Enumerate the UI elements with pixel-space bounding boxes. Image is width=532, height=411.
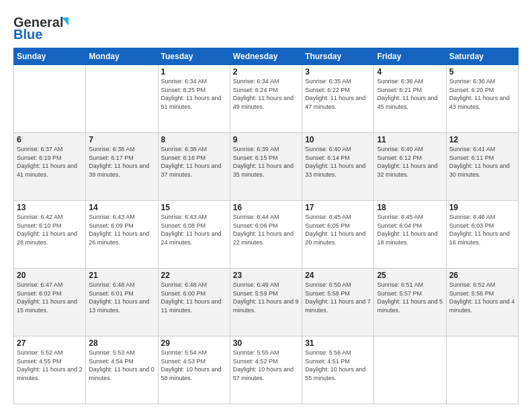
day-info: Sunrise: 6:44 AM Sunset: 6:06 PM Dayligh… <box>233 213 299 246</box>
weekday-header: Sunday <box>14 48 86 65</box>
calendar-cell <box>86 65 158 133</box>
day-info: Sunrise: 5:54 AM Sunset: 4:53 PM Dayligh… <box>161 349 227 382</box>
day-info: Sunrise: 6:36 AM Sunset: 6:21 PM Dayligh… <box>377 77 443 111</box>
day-info: Sunrise: 5:53 AM Sunset: 4:54 PM Dayligh… <box>89 349 154 382</box>
weekday-header: Thursday <box>302 48 374 65</box>
day-number: 18 <box>377 203 443 212</box>
day-info: Sunrise: 6:52 AM Sunset: 5:56 PM Dayligh… <box>449 281 515 314</box>
day-info: Sunrise: 6:34 AM Sunset: 6:24 PM Dayligh… <box>233 77 299 111</box>
weekday-header: Saturday <box>446 48 518 65</box>
day-number: 25 <box>377 271 443 280</box>
calendar-cell: 9Sunrise: 6:39 AM Sunset: 6:15 PM Daylig… <box>230 133 302 201</box>
calendar-cell: 30Sunrise: 5:55 AM Sunset: 4:52 PM Dayli… <box>230 336 302 404</box>
calendar-cell: 24Sunrise: 6:50 AM Sunset: 5:58 PM Dayli… <box>302 269 374 336</box>
calendar-cell: 25Sunrise: 6:51 AM Sunset: 5:57 PM Dayli… <box>374 269 446 336</box>
weekday-header-row: SundayMondayTuesdayWednesdayThursdayFrid… <box>14 48 519 65</box>
calendar-cell: 8Sunrise: 6:38 AM Sunset: 6:16 PM Daylig… <box>158 133 230 201</box>
day-info: Sunrise: 5:55 AM Sunset: 4:52 PM Dayligh… <box>233 349 299 382</box>
calendar-cell: 14Sunrise: 6:43 AM Sunset: 6:09 PM Dayli… <box>86 201 158 269</box>
calendar-cell: 19Sunrise: 6:46 AM Sunset: 6:03 PM Dayli… <box>446 201 518 269</box>
day-info: Sunrise: 6:36 AM Sunset: 6:20 PM Dayligh… <box>449 77 515 111</box>
day-number: 9 <box>233 135 299 144</box>
day-info: Sunrise: 6:51 AM Sunset: 5:57 PM Dayligh… <box>377 281 443 314</box>
calendar-cell: 15Sunrise: 6:43 AM Sunset: 6:08 PM Dayli… <box>158 201 230 269</box>
day-info: Sunrise: 6:39 AM Sunset: 6:15 PM Dayligh… <box>233 145 299 179</box>
day-info: Sunrise: 6:35 AM Sunset: 6:22 PM Dayligh… <box>305 77 371 111</box>
svg-text:Blue: Blue <box>13 27 42 42</box>
day-info: Sunrise: 5:52 AM Sunset: 4:55 PM Dayligh… <box>17 349 83 382</box>
day-number: 20 <box>17 271 83 280</box>
page: General Blue SundayMondayTuesdayWednesda… <box>0 0 532 411</box>
day-info: Sunrise: 6:46 AM Sunset: 6:03 PM Dayligh… <box>449 213 515 246</box>
calendar-cell: 7Sunrise: 6:38 AM Sunset: 6:17 PM Daylig… <box>86 133 158 201</box>
calendar-cell: 4Sunrise: 6:36 AM Sunset: 6:21 PM Daylig… <box>374 65 446 133</box>
calendar-cell: 2Sunrise: 6:34 AM Sunset: 6:24 PM Daylig… <box>230 65 302 133</box>
calendar-table: SundayMondayTuesdayWednesdayThursdayFrid… <box>13 48 519 404</box>
day-info: Sunrise: 6:41 AM Sunset: 6:11 PM Dayligh… <box>449 145 515 179</box>
calendar-cell <box>374 336 446 404</box>
day-number: 15 <box>161 203 227 212</box>
day-info: Sunrise: 6:43 AM Sunset: 6:08 PM Dayligh… <box>161 213 227 246</box>
day-number: 5 <box>449 67 515 77</box>
day-info: Sunrise: 6:45 AM Sunset: 6:05 PM Dayligh… <box>305 213 371 246</box>
weekday-header: Friday <box>374 48 446 65</box>
day-number: 7 <box>89 135 154 144</box>
day-number: 23 <box>233 271 299 280</box>
day-number: 14 <box>89 203 154 212</box>
day-number: 17 <box>305 203 371 212</box>
calendar-cell: 5Sunrise: 6:36 AM Sunset: 6:20 PM Daylig… <box>446 65 518 133</box>
day-number: 27 <box>17 338 83 348</box>
logo: General Blue <box>13 12 81 42</box>
calendar-cell: 18Sunrise: 6:45 AM Sunset: 6:04 PM Dayli… <box>374 201 446 269</box>
day-number: 24 <box>305 271 371 280</box>
day-info: Sunrise: 6:42 AM Sunset: 6:10 PM Dayligh… <box>17 213 83 246</box>
day-info: Sunrise: 6:40 AM Sunset: 6:14 PM Dayligh… <box>305 145 371 179</box>
day-info: Sunrise: 5:56 AM Sunset: 4:51 PM Dayligh… <box>305 349 371 382</box>
day-info: Sunrise: 6:50 AM Sunset: 5:58 PM Dayligh… <box>305 281 371 314</box>
logo-image: General Blue <box>13 12 81 42</box>
day-number: 2 <box>233 67 299 77</box>
day-number: 4 <box>377 67 443 77</box>
day-number: 1 <box>161 67 227 77</box>
day-info: Sunrise: 6:49 AM Sunset: 5:59 PM Dayligh… <box>233 281 299 314</box>
day-number: 29 <box>161 338 227 348</box>
day-info: Sunrise: 6:37 AM Sunset: 6:19 PM Dayligh… <box>17 145 83 179</box>
day-number: 11 <box>377 135 443 144</box>
day-info: Sunrise: 6:47 AM Sunset: 6:02 PM Dayligh… <box>17 281 83 314</box>
calendar-cell: 17Sunrise: 6:45 AM Sunset: 6:05 PM Dayli… <box>302 201 374 269</box>
calendar-cell: 23Sunrise: 6:49 AM Sunset: 5:59 PM Dayli… <box>230 269 302 336</box>
weekday-header: Monday <box>86 48 158 65</box>
calendar-cell <box>446 336 518 404</box>
week-row: 1Sunrise: 6:34 AM Sunset: 6:25 PM Daylig… <box>14 65 519 133</box>
calendar-cell: 28Sunrise: 5:53 AM Sunset: 4:54 PM Dayli… <box>86 336 158 404</box>
day-number: 19 <box>449 203 515 212</box>
calendar-cell: 20Sunrise: 6:47 AM Sunset: 6:02 PM Dayli… <box>14 269 86 336</box>
day-number: 22 <box>161 271 227 280</box>
calendar-cell: 27Sunrise: 5:52 AM Sunset: 4:55 PM Dayli… <box>14 336 86 404</box>
week-row: 27Sunrise: 5:52 AM Sunset: 4:55 PM Dayli… <box>14 336 519 404</box>
day-number: 21 <box>89 271 154 280</box>
calendar-cell: 10Sunrise: 6:40 AM Sunset: 6:14 PM Dayli… <box>302 133 374 201</box>
day-number: 13 <box>17 203 83 212</box>
calendar-cell: 1Sunrise: 6:34 AM Sunset: 6:25 PM Daylig… <box>158 65 230 133</box>
day-number: 30 <box>233 338 299 348</box>
day-info: Sunrise: 6:45 AM Sunset: 6:04 PM Dayligh… <box>377 213 443 246</box>
weekday-header: Wednesday <box>230 48 302 65</box>
calendar-cell: 6Sunrise: 6:37 AM Sunset: 6:19 PM Daylig… <box>14 133 86 201</box>
day-info: Sunrise: 6:43 AM Sunset: 6:09 PM Dayligh… <box>89 213 154 246</box>
week-row: 20Sunrise: 6:47 AM Sunset: 6:02 PM Dayli… <box>14 269 519 336</box>
day-info: Sunrise: 6:48 AM Sunset: 6:00 PM Dayligh… <box>161 281 227 314</box>
calendar-cell: 13Sunrise: 6:42 AM Sunset: 6:10 PM Dayli… <box>14 201 86 269</box>
day-info: Sunrise: 6:38 AM Sunset: 6:17 PM Dayligh… <box>89 145 154 179</box>
week-row: 6Sunrise: 6:37 AM Sunset: 6:19 PM Daylig… <box>14 133 519 201</box>
week-row: 13Sunrise: 6:42 AM Sunset: 6:10 PM Dayli… <box>14 201 519 269</box>
day-number: 3 <box>305 67 371 77</box>
calendar-cell: 21Sunrise: 6:48 AM Sunset: 6:01 PM Dayli… <box>86 269 158 336</box>
calendar-cell: 31Sunrise: 5:56 AM Sunset: 4:51 PM Dayli… <box>302 336 374 404</box>
header: General Blue <box>13 12 519 42</box>
day-info: Sunrise: 6:48 AM Sunset: 6:01 PM Dayligh… <box>89 281 154 314</box>
calendar-cell <box>14 65 86 133</box>
calendar-cell: 22Sunrise: 6:48 AM Sunset: 6:00 PM Dayli… <box>158 269 230 336</box>
calendar-cell: 3Sunrise: 6:35 AM Sunset: 6:22 PM Daylig… <box>302 65 374 133</box>
day-number: 12 <box>449 135 515 144</box>
